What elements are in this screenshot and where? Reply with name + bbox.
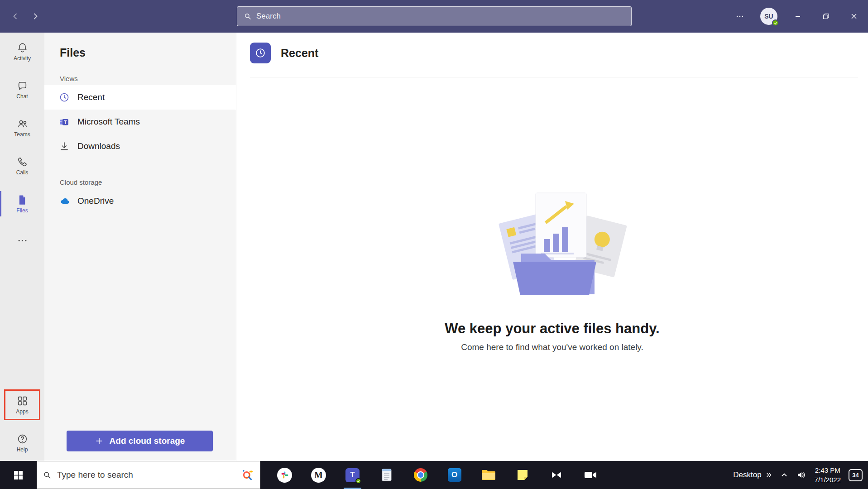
rail-item-files[interactable]: Files (0, 185, 44, 223)
ellipsis-icon (735, 12, 744, 21)
apps-highlight-box: Apps (4, 389, 40, 420)
rail-item-more[interactable] (0, 223, 44, 261)
main-content: Recent (236, 33, 868, 461)
more-options-button[interactable] (726, 0, 754, 33)
taskbar-camera-icon[interactable] (573, 461, 607, 489)
sidebar-title: Files (44, 46, 236, 59)
outlook-icon: O (448, 468, 461, 482)
taskbar-m-app-icon[interactable]: M (302, 461, 336, 489)
download-icon (59, 141, 70, 152)
app-rail: Activity Chat Teams Calls Files Apps (0, 33, 44, 461)
close-button[interactable] (840, 0, 868, 33)
rail-item-activity[interactable]: Activity (0, 33, 44, 71)
presence-check-icon (355, 478, 361, 484)
onedrive-icon (59, 196, 70, 206)
page-title: Recent (281, 47, 318, 60)
tray-chevron-up-icon[interactable] (780, 471, 788, 479)
sidebar-item-label: Downloads (77, 141, 120, 151)
avatar-initials: SU (764, 13, 773, 20)
main-header: Recent (236, 33, 868, 63)
global-search[interactable] (237, 6, 632, 26)
desktop-label: Desktop (733, 470, 761, 479)
teams-icon: T (345, 468, 360, 482)
taskbar-teams-icon[interactable]: T (336, 461, 369, 489)
rail-item-teams[interactable]: Teams (0, 109, 44, 147)
empty-state-subtitle: Come here to find what you've worked on … (461, 342, 643, 352)
taskbar-search-input[interactable] (57, 470, 235, 480)
titlebar: SU (0, 0, 868, 33)
taskbar-sticky-notes-icon[interactable] (505, 461, 539, 489)
desktop-toolbar[interactable]: Desktop (733, 470, 772, 479)
add-cloud-storage-button[interactable]: Add cloud storage (67, 431, 213, 451)
chevron-right-icon (31, 12, 40, 21)
sidebar-item-label: Recent (77, 92, 105, 102)
rail-item-label: Activity (14, 56, 31, 61)
taskbar-movies-icon[interactable] (539, 461, 573, 489)
video-camera-icon (584, 470, 597, 480)
help-icon (17, 433, 28, 445)
sidebar-item-downloads[interactable]: Downloads (44, 134, 236, 158)
phone-icon (17, 156, 28, 168)
sidebar-item-microsoft-teams[interactable]: T Microsoft Teams (44, 110, 236, 134)
section-label-views: Views (44, 75, 236, 82)
recent-clock-badge-icon (250, 43, 271, 63)
taskbar-outlook-icon[interactable]: O (437, 461, 471, 489)
chat-icon (17, 80, 28, 91)
sidebar-item-label: Microsoft Teams (77, 117, 140, 127)
rail-item-label: Teams (14, 132, 30, 137)
windows-logo-icon (14, 471, 23, 479)
sidebar-item-recent[interactable]: Recent (44, 85, 236, 110)
rail-item-label: Apps (16, 409, 28, 414)
action-center-badge[interactable]: 34 (849, 469, 863, 481)
rail-bottom-group: Apps Help (0, 389, 44, 461)
rail-item-label: Calls (16, 170, 29, 175)
rail-item-help[interactable]: Help (0, 427, 44, 459)
rail-item-apps[interactable]: Apps (5, 391, 39, 419)
minimize-button[interactable] (784, 0, 812, 33)
svg-text:T: T (64, 120, 67, 125)
plus-icon (95, 436, 104, 446)
people-icon (17, 118, 28, 129)
search-highlights-icon[interactable] (241, 468, 254, 482)
close-icon (851, 13, 857, 19)
empty-state-title: We keep your active files handy. (445, 321, 659, 337)
files-sidebar: Files Views Recent T Microsoft Teams Dow… (44, 33, 236, 461)
avatar[interactable]: SU (760, 8, 777, 25)
search-input[interactable] (256, 12, 625, 21)
volume-icon[interactable] (796, 470, 807, 480)
rail-item-calls[interactable]: Calls (0, 147, 44, 185)
movies-icon (551, 469, 562, 481)
taskbar-notepad-icon[interactable] (369, 461, 403, 489)
search-icon (43, 470, 52, 479)
section-label-cloud-storage: Cloud storage (44, 178, 236, 186)
clock-icon (59, 92, 70, 103)
start-button[interactable] (0, 461, 37, 489)
rail-item-label: Help (17, 447, 28, 452)
restore-icon (823, 13, 829, 19)
taskbar-search[interactable] (37, 461, 260, 489)
rail-item-chat[interactable]: Chat (0, 71, 44, 109)
file-icon (17, 194, 28, 206)
taskbar-slack-icon[interactable] (268, 461, 302, 489)
clock-date: 7/1/2022 (815, 475, 841, 484)
sticky-notes-icon (516, 469, 529, 481)
forward-button[interactable] (25, 6, 45, 26)
apps-grid-icon (17, 395, 28, 407)
slack-icon (277, 468, 292, 483)
sidebar-item-onedrive[interactable]: OneDrive (44, 189, 236, 213)
teams-logo-icon: T (59, 116, 70, 127)
presence-available-icon (772, 19, 779, 26)
system-tray: Desktop 2:43 PM 7/1/2022 34 (733, 461, 868, 489)
more-icon (17, 235, 28, 246)
teams-window: SU Activity Chat (0, 0, 868, 489)
sidebar-item-label: OneDrive (77, 196, 114, 206)
maximize-button[interactable] (812, 0, 840, 33)
empty-files-illustration (478, 186, 627, 308)
taskbar-chrome-icon[interactable] (403, 461, 437, 489)
double-chevron-icon[interactable] (765, 471, 772, 479)
back-button[interactable] (5, 6, 25, 26)
add-cloud-storage-label: Add cloud storage (110, 436, 185, 446)
taskbar-file-explorer-icon[interactable] (471, 461, 505, 489)
taskbar-clock[interactable]: 2:43 PM 7/1/2022 (815, 465, 841, 484)
minimize-icon (795, 13, 801, 19)
